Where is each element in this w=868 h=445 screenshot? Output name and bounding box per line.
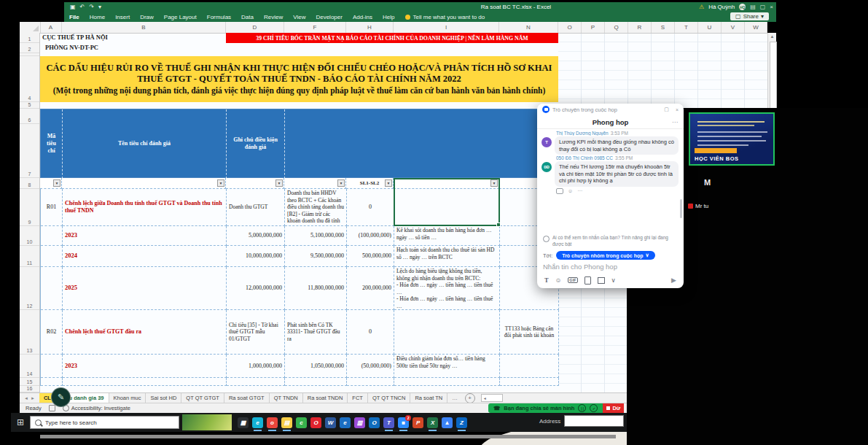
filter-cell[interactable]: ▼ xyxy=(62,178,226,189)
redo-icon[interactable]: ↷ xyxy=(89,4,94,10)
macro-record-icon[interactable] xyxy=(49,405,55,411)
tab-page-layout[interactable]: Page Layout xyxy=(159,14,202,20)
gif-icon[interactable]: GIF xyxy=(568,277,577,283)
row-header[interactable]: 16 xyxy=(20,386,39,392)
address-toolbar[interactable]: Address xyxy=(539,415,624,427)
sheet-tab-ra-soat-tn[interactable]: Ra soat TN xyxy=(410,393,447,403)
row-header[interactable]: 4 xyxy=(20,56,39,102)
header-ghi-chu[interactable]: Ghi chú điều kiện đánh giá xyxy=(227,109,285,179)
col-R[interactable]: R xyxy=(628,22,652,33)
table-row[interactable]: R01 Chênh lệch giữa Doanh thu tính thuế … xyxy=(41,189,558,226)
sheet-tab-ra-soat-gtgt[interactable]: Ra soat GTGT xyxy=(224,393,270,403)
ribbon-options-icon[interactable]: ▤ xyxy=(750,4,756,10)
filter-cell[interactable]: ▼ xyxy=(284,178,346,189)
table-row[interactable]: 2023 1,000,000,000 1,050,000,000 (50,000… xyxy=(41,355,558,378)
cell-noi-dung[interactable]: Điều chỉnh giảm hóa đơn số… tiền hàng 50… xyxy=(394,355,500,378)
cell-ma[interactable] xyxy=(41,226,63,246)
cell-sl2[interactable]: Doanh thu bán HHDV theo BCTC + Các khoản… xyxy=(285,189,347,226)
table-row[interactable]: R02 Chênh lệch thuế GTGT đầu ra Chỉ tiêu… xyxy=(41,310,558,355)
header-ma-tieu-chi[interactable]: Mã tiêu chí xyxy=(41,109,63,179)
cell-empty[interactable] xyxy=(41,378,63,386)
row-header[interactable]: 14 xyxy=(20,355,39,378)
cell-noi-dung[interactable]: Kê khai sót doanh thu bán hàng hóa đơn …… xyxy=(394,226,500,246)
cell-noi-dung[interactable]: Hạch toán sót doanh thu cho thuê tài sản… xyxy=(394,246,500,267)
filter-dropdown-icon[interactable]: ▼ xyxy=(217,179,224,187)
cell-chenh-lech[interactable]: 0 xyxy=(347,189,394,226)
cell-chenh-lech[interactable]: (100,000,000) xyxy=(347,226,394,246)
outlook-icon[interactable]: O xyxy=(369,417,380,428)
cell-ghi-chu[interactable] xyxy=(500,355,559,378)
sheet-tab-qt-qt-gtgt[interactable]: QT QT GTGT xyxy=(181,393,224,403)
react-smiley-icon[interactable]: ☺ xyxy=(568,188,573,193)
tab-scroll-right-icon[interactable]: ► xyxy=(31,396,35,400)
cell-sl1[interactable]: 1,000,000,000 xyxy=(227,355,285,378)
stop-share-button[interactable]: Dừ xyxy=(603,403,624,413)
cell-a1[interactable]: CỤC THUẾ TP HÀ NỘI xyxy=(42,34,217,42)
word-icon[interactable]: W xyxy=(325,417,336,428)
tab-help[interactable]: Help xyxy=(378,14,399,20)
cloud-icon[interactable]: ▲ xyxy=(442,417,453,428)
format-icon[interactable]: T xyxy=(544,276,549,284)
winrar-icon[interactable]: ▥ xyxy=(354,417,365,428)
cell-empty[interactable] xyxy=(347,378,394,386)
tab-draw[interactable]: Draw xyxy=(135,14,159,20)
col-T[interactable]: T xyxy=(675,22,698,33)
table-row[interactable]: 2024 10,000,000,000 9,500,000,000 500,00… xyxy=(41,246,558,267)
recipient-selector[interactable]: Trò chuyện nhóm trong cuộc họp∨ xyxy=(556,251,654,260)
file-explorer-icon[interactable]: ▤ xyxy=(281,417,292,428)
edge-icon[interactable]: e xyxy=(252,417,263,428)
chat-messages[interactable]: Thị Thùy Dương Nguyễn3:53 PM T Lương KPI… xyxy=(537,129,684,233)
sheet-tab-ra-soat-tndn[interactable]: Ra soat TNDN xyxy=(303,393,348,403)
red-banner[interactable]: 39 CHỈ TIÊU BÓC TRẦN MẶT NẠ BÁO CÁO TÀI … xyxy=(226,33,558,43)
row-header[interactable]: 13 xyxy=(20,310,39,355)
start-button[interactable]: ⊞ xyxy=(17,417,24,427)
tab-addins[interactable]: Add-ins xyxy=(348,14,378,20)
cell-a2[interactable]: PHÒNG NV-DT-PC xyxy=(45,44,220,53)
add-sheet-button[interactable]: + xyxy=(465,393,475,403)
cell-ma[interactable] xyxy=(41,267,63,310)
cell-chenh-lech[interactable]: 0 xyxy=(347,310,394,355)
excel-icon[interactable]: X xyxy=(427,417,438,428)
chat-message[interactable]: T Lương KPI mỗi tháng đều giống nhau khô… xyxy=(541,136,679,155)
reply-icon[interactable] xyxy=(556,188,563,194)
filter-cell-formula[interactable]: SL1-SL2▼ xyxy=(346,178,394,189)
opera-icon[interactable]: O xyxy=(310,417,321,428)
cell-sl1[interactable]: Doanh thu GTGT xyxy=(227,189,285,226)
cell-sl1[interactable]: Chỉ tiêu [35] - Tờ khai thuế GTGT mẫu 01… xyxy=(227,310,285,355)
chrome-icon[interactable]: o xyxy=(267,417,278,428)
filter-dropdown-icon[interactable]: ▼ xyxy=(490,179,498,187)
cell-noi-dung[interactable] xyxy=(394,310,500,355)
active-speaker-thumbnail[interactable]: HỌC VIÊN BOS xyxy=(689,112,775,166)
zalo-icon[interactable]: Z xyxy=(456,417,467,428)
cell-sl1[interactable]: 10,000,000,000 xyxy=(227,246,285,267)
emoji-icon[interactable]: ☺ xyxy=(555,276,562,284)
table-header[interactable]: Mã tiêu chí Tên tiêu chí đánh giá Cơ sở/… xyxy=(40,109,558,178)
column-headers[interactable]: A B D F H I N O P Q R S T U V W xyxy=(20,22,767,34)
cell-sl2[interactable]: 9,500,000,000 xyxy=(285,246,347,267)
cell-ma[interactable] xyxy=(41,246,63,267)
screenshot-icon[interactable] xyxy=(598,277,605,284)
cell-empty[interactable] xyxy=(500,378,559,386)
table-row[interactable] xyxy=(41,378,558,386)
teams-icon[interactable]: T xyxy=(383,417,394,428)
tab-insert[interactable]: Insert xyxy=(110,14,135,20)
cell-empty[interactable] xyxy=(227,378,285,386)
col-V[interactable]: V xyxy=(722,22,745,33)
popout-icon[interactable]: ▢ xyxy=(664,107,669,112)
news-widget[interactable] xyxy=(182,414,232,430)
cell-empty[interactable] xyxy=(394,378,500,386)
chat-menu-icon[interactable]: ⋯ xyxy=(672,119,678,125)
cell-year[interactable]: 2024 xyxy=(63,246,227,267)
col-A[interactable]: A xyxy=(40,22,62,33)
close-icon[interactable]: × xyxy=(676,107,679,112)
table-row[interactable]: 2023 5,000,000,000 5,100,000,000 (100,00… xyxy=(41,226,558,246)
tab-formulas[interactable]: Formulas xyxy=(202,14,236,20)
col-I[interactable]: I xyxy=(394,22,499,33)
cell-sl1[interactable]: 12,000,000,000 xyxy=(227,267,285,310)
close-icon[interactable]: × xyxy=(770,4,773,10)
coccoc-icon[interactable]: c xyxy=(296,417,307,428)
save-icon[interactable]: ▣ xyxy=(70,4,76,10)
send-icon[interactable]: ▶ xyxy=(671,276,676,284)
attach-file-icon[interactable] xyxy=(584,276,591,285)
cell-sl2[interactable]: 5,100,000,000 xyxy=(285,226,347,246)
